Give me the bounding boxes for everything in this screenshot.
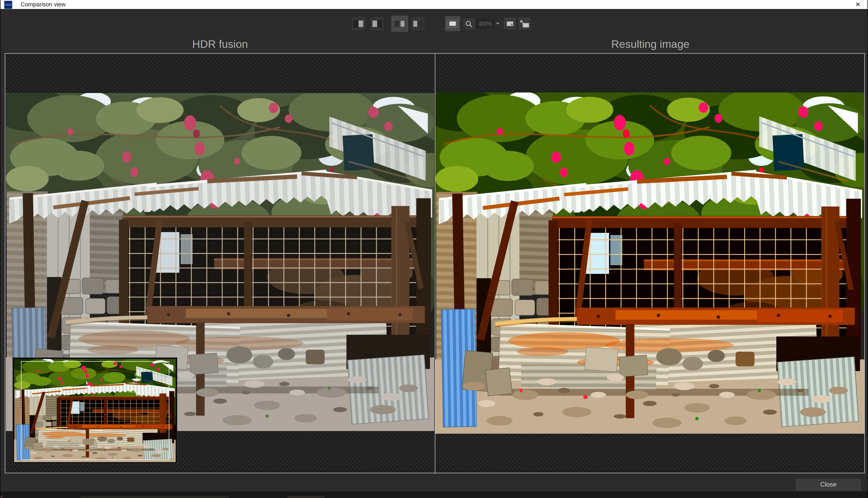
- fit-to-window-icon: [520, 20, 529, 27]
- pan-tool-button[interactable]: [445, 16, 460, 31]
- app-icon: HDR: [4, 1, 12, 9]
- navigator-viewport-rect[interactable]: [21, 361, 169, 460]
- close-button[interactable]: Close: [796, 479, 860, 490]
- comparison-view-window: HDR Comparison view ✕ 400%: [0, 0, 868, 498]
- side-by-side-swapped-view-icon: [413, 21, 423, 27]
- navigator-thumbnail[interactable]: [13, 358, 177, 463]
- left-panel-title: HDR fusion: [5, 37, 435, 52]
- zoom-level-value: 400%: [478, 21, 492, 27]
- side-by-side-view-icon: [395, 21, 405, 27]
- bottom-edge-artifact: [80, 496, 229, 498]
- resulting-image[interactable]: [435, 92, 864, 434]
- view-mode-split-left-button[interactable]: [370, 17, 384, 30]
- app-icon-text: HDR: [5, 3, 11, 6]
- window-close-button[interactable]: ✕: [851, 0, 865, 9]
- bottom-edge: [1, 492, 867, 498]
- zoom-dropdown-arrow[interactable]: [494, 18, 502, 29]
- actual-size-icon: [507, 22, 513, 26]
- split-view-left-icon: [372, 20, 382, 27]
- window-title: Comparison view: [21, 0, 66, 9]
- hdr-fusion-panel[interactable]: [5, 54, 435, 473]
- resulting-image-panel[interactable]: [435, 54, 864, 473]
- view-mode-side-by-side-swapped-button[interactable]: [411, 17, 425, 30]
- window-titlebar[interactable]: HDR Comparison view ✕: [1, 0, 867, 10]
- magnifier-icon: [465, 21, 473, 28]
- pan-tool-icon: [448, 20, 458, 28]
- split-view-right-icon: [354, 20, 364, 27]
- comparison-panels: [5, 53, 865, 473]
- view-mode-split-right-button[interactable]: [352, 17, 365, 30]
- fit-to-window-button[interactable]: [518, 17, 530, 30]
- bottom-edge-artifact: [288, 496, 325, 498]
- bottom-edge-artifact: [1, 496, 3, 498]
- right-panel-title: Resulting image: [436, 37, 865, 52]
- zoom-level-select[interactable]: 400%: [477, 18, 494, 29]
- view-mode-side-by-side-button[interactable]: [392, 16, 408, 31]
- chevron-down-icon: [496, 23, 500, 25]
- actual-size-button[interactable]: [504, 17, 516, 30]
- zoom-tool-button[interactable]: [463, 18, 475, 30]
